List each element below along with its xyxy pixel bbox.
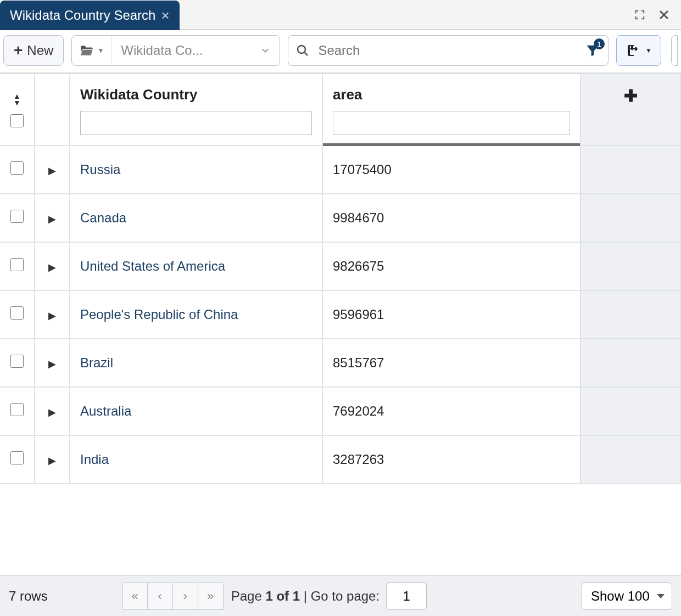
country-link[interactable]: Brazil [80, 355, 113, 370]
goto-page-input[interactable] [386, 583, 427, 610]
data-table: ▲ ▼ Wikidata Country area ✚ [0, 74, 681, 484]
pager-next-button[interactable]: › [173, 583, 198, 610]
row-add-cell [581, 243, 681, 291]
country-link[interactable]: India [80, 452, 109, 467]
search-input[interactable] [309, 43, 585, 58]
expand-row-icon[interactable]: ▶ [48, 165, 56, 176]
row-add-cell [581, 436, 681, 484]
pager-last-button[interactable]: » [198, 583, 224, 610]
fullscreen-icon[interactable] [633, 8, 647, 22]
country-link[interactable]: Canada [80, 210, 126, 225]
search-icon [296, 44, 309, 57]
row-count: 7 rows [9, 589, 48, 604]
expand-row-icon[interactable]: ▶ [48, 214, 56, 225]
row-checkbox[interactable] [10, 161, 24, 175]
pager-first-button[interactable]: « [122, 583, 148, 610]
caret-down-icon: ▼ [97, 47, 104, 54]
select-all-checkbox[interactable] [10, 114, 24, 127]
row-checkbox[interactable] [10, 451, 24, 464]
country-link[interactable]: United States of America [80, 259, 225, 273]
header-expand-column [35, 74, 70, 146]
svg-point-0 [298, 46, 305, 53]
sort-toggle[interactable]: ▲ ▼ [13, 94, 21, 106]
expand-row-icon[interactable]: ▶ [48, 407, 56, 418]
row-add-cell [581, 388, 681, 436]
dataset-selector-label: Wikidata Co... [112, 43, 251, 58]
folder-open-icon [80, 44, 94, 57]
toolbar: + New ▼ Wikidata Co... 1 ▼ [0, 30, 681, 72]
close-panel-icon[interactable] [657, 8, 671, 22]
header-area[interactable]: area [323, 74, 581, 146]
page-prefix: Page [231, 589, 266, 603]
table-row: ▶ Brazil 8515767 [0, 339, 681, 388]
overflow-panel-edge [671, 35, 678, 66]
export-icon [626, 44, 640, 57]
area-value: 9984670 [333, 210, 384, 225]
expand-row-icon[interactable]: ▶ [48, 262, 56, 273]
table-row: ▶ Russia 17075400 [0, 146, 681, 194]
area-value: 9596961 [333, 307, 384, 322]
area-value: 17075400 [333, 162, 392, 177]
tab-bar: Wikidata Country Search × [0, 0, 681, 30]
row-checkbox[interactable] [10, 258, 24, 271]
table-row: ▶ India 3287263 [0, 436, 681, 484]
plus-icon: ✚ [591, 86, 670, 105]
page-size-select[interactable]: Show 100 [582, 583, 672, 610]
dataset-selector[interactable]: ▼ Wikidata Co... [71, 35, 280, 66]
page-current: 1 of 1 [265, 589, 300, 603]
caret-down-icon: ▼ [645, 47, 652, 54]
pager: « ‹ › » Page 1 of 1 | Go to page: [122, 583, 427, 610]
filter-area-input[interactable] [333, 111, 570, 135]
row-add-cell [581, 291, 681, 339]
header-add-column[interactable]: ✚ [581, 74, 681, 146]
new-button[interactable]: + New [3, 35, 64, 66]
row-add-cell [581, 339, 681, 388]
country-link[interactable]: Australia [80, 404, 131, 418]
country-link[interactable]: People's Republic of China [80, 307, 238, 322]
table-row: ▶ Australia 7692024 [0, 388, 681, 436]
filter-country-input[interactable] [80, 111, 312, 135]
area-value: 8515767 [333, 355, 384, 370]
row-add-cell [581, 194, 681, 243]
filter-icon[interactable]: 1 [585, 43, 600, 58]
page-label: Page 1 of 1 | Go to page: [231, 589, 379, 604]
chevron-down-icon [251, 45, 280, 56]
plus-icon: + [14, 42, 23, 59]
table-row: ▶ United States of America 9826675 [0, 243, 681, 291]
area-value: 3287263 [333, 452, 384, 467]
row-add-cell [581, 146, 681, 194]
expand-row-icon[interactable]: ▶ [48, 455, 56, 466]
tab-title: Wikidata Country Search [10, 8, 155, 23]
expand-row-icon[interactable]: ▶ [48, 310, 56, 321]
header-country-label: Wikidata Country [80, 86, 312, 103]
pager-prev-button[interactable]: ‹ [148, 583, 173, 610]
tab-active[interactable]: Wikidata Country Search × [0, 1, 180, 30]
expand-row-icon[interactable]: ▶ [48, 359, 56, 369]
header-area-label: area [333, 86, 570, 103]
sort-desc-icon: ▼ [13, 100, 21, 106]
area-value: 9826675 [333, 259, 384, 273]
row-checkbox[interactable] [10, 355, 24, 368]
new-button-label: New [27, 43, 53, 58]
close-icon[interactable]: × [161, 8, 169, 23]
row-checkbox[interactable] [10, 210, 24, 223]
table-row: ▶ Canada 9984670 [0, 194, 681, 243]
area-value: 7692024 [333, 404, 384, 418]
data-table-wrap: ▲ ▼ Wikidata Country area ✚ [0, 72, 681, 484]
table-row: ▶ People's Republic of China 9596961 [0, 291, 681, 339]
header-country[interactable]: Wikidata Country [70, 74, 323, 146]
export-button[interactable]: ▼ [616, 35, 661, 66]
page-size-select-wrap: Show 100 [582, 583, 672, 610]
row-checkbox[interactable] [10, 306, 24, 320]
row-checkbox[interactable] [10, 403, 24, 416]
footer: 7 rows « ‹ › » Page 1 of 1 | Go to page:… [0, 575, 681, 616]
search-box[interactable]: 1 [288, 35, 609, 66]
header-select-column: ▲ ▼ [0, 74, 35, 146]
goto-label: | Go to page: [300, 589, 379, 603]
country-link[interactable]: Russia [80, 162, 120, 177]
filter-badge: 1 [594, 38, 605, 49]
